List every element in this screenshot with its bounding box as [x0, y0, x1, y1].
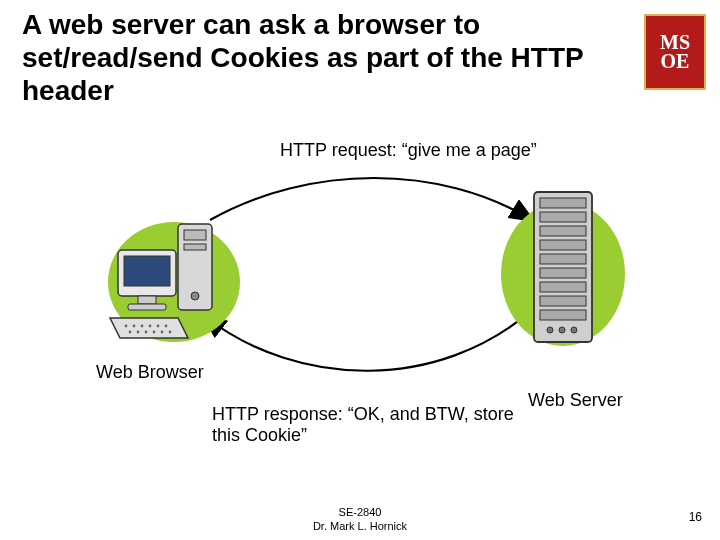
svg-point-18 [145, 331, 148, 334]
page-number: 16 [689, 510, 702, 524]
client-label: Web Browser [96, 362, 204, 383]
logo-line2: OE [661, 50, 690, 72]
svg-rect-31 [540, 296, 586, 306]
svg-rect-7 [124, 256, 170, 286]
http-response-label: HTTP response: “OK, and BTW, store this … [212, 404, 532, 445]
msoe-logo: MS OE [644, 14, 706, 90]
svg-point-5 [191, 292, 199, 300]
response-arrow [204, 310, 532, 371]
request-arrow [210, 178, 532, 220]
web-browser-icon [104, 200, 244, 350]
slide-title: A web server can ask a browser to set/re… [22, 8, 602, 107]
diagram: HTTP request: “give me a page” [0, 140, 720, 460]
svg-rect-3 [184, 230, 206, 240]
svg-point-33 [547, 327, 553, 333]
svg-point-21 [169, 331, 172, 334]
svg-rect-25 [540, 212, 586, 222]
svg-point-19 [153, 331, 156, 334]
svg-rect-8 [138, 296, 156, 304]
svg-point-12 [141, 325, 144, 328]
svg-rect-28 [540, 254, 586, 264]
svg-point-10 [125, 325, 128, 328]
svg-point-13 [149, 325, 152, 328]
web-server-icon [498, 178, 628, 358]
svg-point-34 [559, 327, 565, 333]
svg-point-35 [571, 327, 577, 333]
svg-rect-4 [184, 244, 206, 250]
svg-rect-30 [540, 282, 586, 292]
logo-text: MS OE [660, 33, 690, 71]
svg-point-14 [157, 325, 160, 328]
svg-rect-32 [540, 310, 586, 320]
svg-point-11 [133, 325, 136, 328]
svg-point-16 [129, 331, 132, 334]
footer-author: Dr. Mark L. Hornick [0, 520, 720, 532]
svg-rect-24 [540, 198, 586, 208]
slide: A web server can ask a browser to set/re… [0, 0, 720, 540]
svg-rect-27 [540, 240, 586, 250]
footer-course: SE-2840 [0, 506, 720, 518]
svg-point-15 [165, 325, 168, 328]
server-label: Web Server [528, 390, 623, 411]
svg-rect-26 [540, 226, 586, 236]
svg-point-20 [161, 331, 164, 334]
svg-rect-29 [540, 268, 586, 278]
svg-rect-9 [128, 304, 166, 310]
svg-point-17 [137, 331, 140, 334]
